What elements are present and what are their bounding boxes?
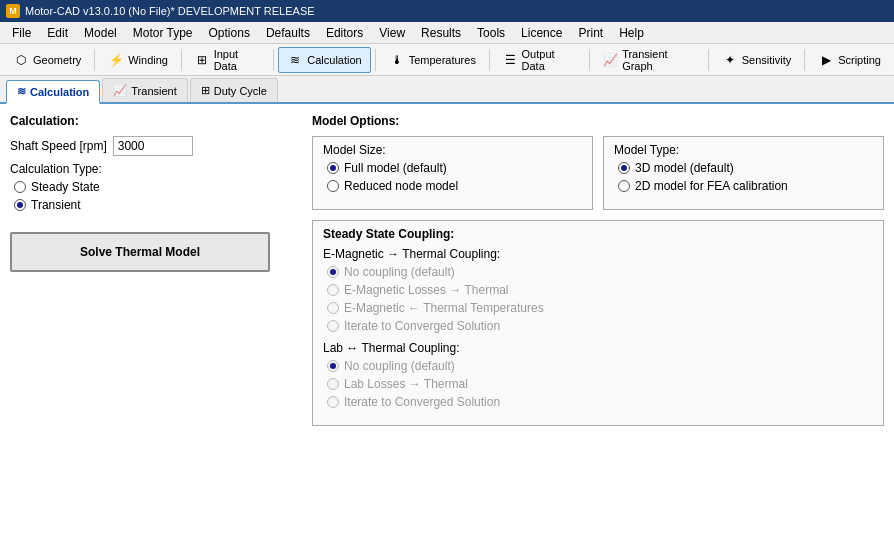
no-coupling-emag-option[interactable]: No coupling (default) (327, 265, 873, 279)
toolbar-btn-transient-graph[interactable]: 📈Transient Graph (594, 47, 704, 73)
iterate-converged-lab-radio[interactable] (327, 396, 339, 408)
menu-item-editors[interactable]: Editors (318, 24, 371, 42)
toolbar-label: Input Data (214, 48, 261, 72)
model-size-group: Full model (default) Reduced node model (327, 161, 582, 193)
iterate-converged-emag-option[interactable]: Iterate to Converged Solution (327, 319, 873, 333)
lab-losses-thermal-label: Lab Losses → Thermal (344, 377, 468, 391)
calc-type-group: Steady State Transient (14, 180, 300, 212)
menu-item-tools[interactable]: Tools (469, 24, 513, 42)
title-bar: M Motor-CAD v13.0.10 (No File)* DEVELOPM… (0, 0, 894, 22)
toolbar-label: Temperatures (409, 54, 476, 66)
toolbar: ⬡Geometry⚡Winding⊞Input Data≋Calculation… (0, 44, 894, 76)
reduced-node-option[interactable]: Reduced node model (327, 179, 582, 193)
menu-item-help[interactable]: Help (611, 24, 652, 42)
toolbar-label: Sensitivity (742, 54, 792, 66)
toolbar-btn-sensitivity[interactable]: ✦Sensitivity (713, 47, 801, 73)
2d-model-radio[interactable] (618, 180, 630, 192)
emag-thermal-temps-label: E-Magnetic ← Thermal Temperatures (344, 301, 544, 315)
reduced-node-radio[interactable] (327, 180, 339, 192)
app-title: Motor-CAD v13.0.10 (No File)* DEVELOPMEN… (25, 5, 315, 17)
model-type-box: Model Type: 3D model (default) 2D model … (603, 136, 884, 210)
toolbar-label: Winding (128, 54, 168, 66)
full-model-option[interactable]: Full model (default) (327, 161, 582, 175)
menu-item-file[interactable]: File (4, 24, 39, 42)
toolbar-label: Geometry (33, 54, 81, 66)
output-data-icon: ☰ (503, 52, 518, 68)
iterate-converged-lab-label: Iterate to Converged Solution (344, 395, 500, 409)
transient-radio[interactable] (14, 199, 26, 211)
emag-thermal-temps-option[interactable]: E-Magnetic ← Thermal Temperatures (327, 301, 873, 315)
steady-state-label: Steady State (31, 180, 100, 194)
full-model-radio[interactable] (327, 162, 339, 174)
scripting-icon: ▶ (818, 52, 834, 68)
temperatures-icon: 🌡 (389, 52, 405, 68)
sub-tab-icon: ⊞ (201, 84, 210, 97)
emag-losses-thermal-option[interactable]: E-Magnetic Losses → Thermal (327, 283, 873, 297)
solve-thermal-model-button[interactable]: Solve Thermal Model (10, 232, 270, 272)
geometry-icon: ⬡ (13, 52, 29, 68)
toolbar-btn-output-data[interactable]: ☰Output Data (494, 47, 585, 73)
steady-state-radio[interactable] (14, 181, 26, 193)
menu-item-defaults[interactable]: Defaults (258, 24, 318, 42)
toolbar-separator (375, 49, 376, 71)
3d-model-option[interactable]: 3D model (default) (618, 161, 873, 175)
lab-losses-thermal-option[interactable]: Lab Losses → Thermal (327, 377, 873, 391)
no-coupling-lab-radio[interactable] (327, 360, 339, 372)
menu-item-model[interactable]: Model (76, 24, 125, 42)
menu-item-edit[interactable]: Edit (39, 24, 76, 42)
menu-item-print[interactable]: Print (570, 24, 611, 42)
lab-losses-thermal-radio[interactable] (327, 378, 339, 390)
2d-model-option[interactable]: 2D model for FEA calibration (618, 179, 873, 193)
toolbar-btn-winding[interactable]: ⚡Winding (99, 47, 177, 73)
2d-model-label: 2D model for FEA calibration (635, 179, 788, 193)
toolbar-label: Scripting (838, 54, 881, 66)
lab-thermal-group: No coupling (default) Lab Losses → Therm… (327, 359, 873, 409)
toolbar-btn-geometry[interactable]: ⬡Geometry (4, 47, 90, 73)
steady-state-option[interactable]: Steady State (14, 180, 300, 194)
emag-losses-thermal-radio[interactable] (327, 284, 339, 296)
no-coupling-lab-option[interactable]: No coupling (default) (327, 359, 873, 373)
sub-tabs: ≋Calculation📈Transient⊞Duty Cycle (0, 76, 894, 104)
model-size-box: Model Size: Full model (default) Reduced… (312, 136, 593, 210)
sub-tab-transient[interactable]: 📈Transient (102, 78, 187, 102)
toolbar-btn-temperatures[interactable]: 🌡Temperatures (380, 47, 485, 73)
iterate-converged-emag-radio[interactable] (327, 320, 339, 332)
toolbar-label: Output Data (522, 48, 577, 72)
toolbar-label: Calculation (307, 54, 361, 66)
menu-item-view[interactable]: View (371, 24, 413, 42)
toolbar-btn-calculation[interactable]: ≋Calculation (278, 47, 370, 73)
sub-tab-calculation[interactable]: ≋Calculation (6, 80, 100, 104)
transient-graph-icon: 📈 (603, 52, 618, 68)
transient-option[interactable]: Transient (14, 198, 300, 212)
left-panel: Calculation: Shaft Speed [rpm] Calculati… (10, 114, 300, 546)
menu-item-results[interactable]: Results (413, 24, 469, 42)
toolbar-btn-input-data[interactable]: ⊞Input Data (186, 47, 269, 73)
no-coupling-emag-radio[interactable] (327, 266, 339, 278)
menu-item-options[interactable]: Options (201, 24, 258, 42)
shaft-speed-input[interactable] (113, 136, 193, 156)
toolbar-separator (804, 49, 805, 71)
sub-tab-duty-cycle[interactable]: ⊞Duty Cycle (190, 78, 278, 102)
emag-thermal-group: No coupling (default) E-Magnetic Losses … (327, 265, 873, 333)
toolbar-btn-scripting[interactable]: ▶Scripting (809, 47, 890, 73)
sensitivity-icon: ✦ (722, 52, 738, 68)
toolbar-separator (489, 49, 490, 71)
full-model-label: Full model (default) (344, 161, 447, 175)
3d-model-radio[interactable] (618, 162, 630, 174)
winding-icon: ⚡ (108, 52, 124, 68)
menu-bar: FileEditModelMotor TypeOptionsDefaultsEd… (0, 22, 894, 44)
toolbar-separator (273, 49, 274, 71)
no-coupling-lab-label: No coupling (default) (344, 359, 455, 373)
shaft-speed-row: Shaft Speed [rpm] (10, 136, 300, 156)
app-icon: M (6, 4, 20, 18)
menu-item-licence[interactable]: Licence (513, 24, 570, 42)
toolbar-separator (589, 49, 590, 71)
emag-thermal-temps-radio[interactable] (327, 302, 339, 314)
model-options-section: Model Options: Model Size: Full model (d… (312, 114, 884, 210)
emag-losses-thermal-label: E-Magnetic Losses → Thermal (344, 283, 509, 297)
menu-item-motor type[interactable]: Motor Type (125, 24, 201, 42)
iterate-converged-lab-option[interactable]: Iterate to Converged Solution (327, 395, 873, 409)
input-data-icon: ⊞ (195, 52, 210, 68)
emag-thermal-title: E-Magnetic → Thermal Coupling: (323, 247, 873, 261)
right-panel: Model Options: Model Size: Full model (d… (312, 114, 884, 546)
